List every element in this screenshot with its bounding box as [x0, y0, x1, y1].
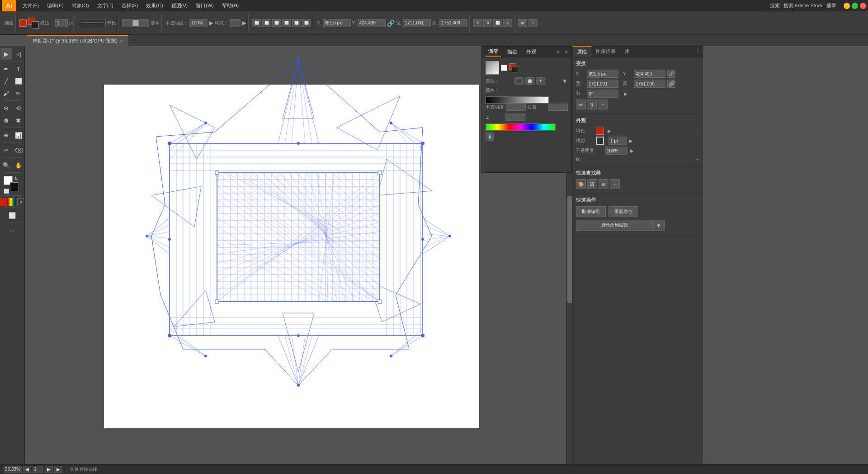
type-tool-btn[interactable]: T [13, 63, 24, 75]
props-tab-properties[interactable]: 属性 [572, 46, 591, 57]
rotate-prop-input[interactable] [587, 90, 618, 98]
menu-select[interactable]: 选择(S) [118, 1, 142, 10]
zoom-input[interactable] [4, 466, 22, 473]
y-value-input[interactable] [358, 19, 386, 27]
color-mode-btn[interactable] [0, 198, 7, 206]
opacity-input[interactable] [189, 19, 208, 27]
fx-btn[interactable]: fx. [576, 156, 581, 162]
position-input-float[interactable] [548, 104, 568, 111]
radial-gradient-btn[interactable]: ⬤ [525, 77, 534, 85]
gradient-mode-btn[interactable] [8, 198, 16, 206]
y-prop-input[interactable] [634, 70, 665, 78]
float-panel-collapse-btn[interactable]: ≡ [557, 49, 559, 55]
menu-view[interactable]: 视图(V) [168, 1, 192, 10]
h-prop-input[interactable] [634, 80, 665, 88]
more-tools-btn[interactable]: ··· [6, 224, 18, 236]
float-tab-gradient[interactable]: 渐变 [486, 47, 501, 57]
free-transform-btn[interactable]: ✱ [13, 114, 24, 126]
white-color-btn[interactable] [501, 65, 507, 71]
menu-file[interactable]: 文件(F) [19, 1, 42, 10]
cancel-group-btn[interactable]: 取消编组 [576, 206, 606, 217]
menu-object[interactable]: 对象(O) [68, 1, 93, 10]
env-icon-btn[interactable]: 🖼 [587, 179, 597, 189]
shape-builder-btn[interactable]: ⊕ [0, 102, 12, 114]
chart-tool-btn[interactable]: 📊 [13, 129, 24, 141]
opacity-expand-icon[interactable]: ▶ [630, 148, 634, 153]
align-bottom-btn[interactable]: ⬜ [302, 19, 311, 27]
eyedropper-btn[interactable]: 💧 [486, 133, 494, 141]
reflect-btn[interactable]: ⇅ [483, 19, 492, 27]
align-right-btn[interactable]: ⬜ [272, 19, 281, 27]
menu-edit[interactable]: 编辑(E) [43, 1, 67, 10]
none-color-btn[interactable]: ✗ [17, 198, 25, 206]
appearance-more-btn[interactable]: ··· [696, 157, 699, 162]
props-panel-menu-btn[interactable]: ≡ [693, 46, 703, 57]
selection-tool-btn[interactable]: ▶ [0, 48, 12, 60]
float-panel-menu-btn[interactable]: ≡ [565, 49, 568, 55]
zoom-down-btn[interactable]: ◀ [23, 466, 31, 473]
zoom-tool-btn[interactable]: 🔍 [0, 159, 12, 171]
props-tab-image[interactable]: 图像描摹 [591, 46, 620, 57]
scissors-btn[interactable]: ✂ [0, 144, 12, 156]
align-icon-btn-2[interactable]: ⊞ [599, 179, 609, 189]
paintbrush-tool-btn[interactable]: 🖌 [0, 87, 12, 99]
gradient-bar[interactable] [486, 96, 549, 104]
recolor-btn[interactable]: 重新着色 [609, 206, 638, 217]
minimize-button[interactable] [844, 3, 850, 9]
swap-colors-btn[interactable]: ⇅ [14, 176, 18, 181]
stroke-width-prop-input[interactable] [609, 137, 627, 145]
align-center-btn[interactable]: ⬜ [262, 19, 271, 27]
w-prop-input[interactable] [587, 80, 618, 88]
angle-input-float[interactable] [505, 114, 525, 121]
menu-type[interactable]: 文字(T) [94, 1, 117, 10]
pen-tool-btn[interactable]: ✒ [0, 63, 12, 75]
bg-small-swatch[interactable] [512, 66, 518, 72]
stroke-width-input[interactable] [55, 19, 68, 27]
artboard-nav-btn[interactable]: ▶ [54, 466, 62, 473]
float-tab-stroke[interactable]: 描边 [505, 47, 520, 56]
close-button[interactable] [860, 3, 866, 9]
transform-btn[interactable]: ⬜ [493, 19, 502, 27]
menu-window[interactable]: 窗口(W) [192, 1, 217, 10]
default-colors-btn[interactable]: ⬜ [4, 189, 9, 194]
linear-gradient-btn[interactable]: ⬛ [514, 77, 524, 85]
normal-screen-btn[interactable]: ⬜ [6, 209, 18, 221]
align-middle-btn[interactable]: ⬜ [292, 19, 301, 27]
tab-document[interactable]: 未标题-1* @ 33.33% (RGB/GPU 预览) × [27, 35, 129, 46]
opacity-prop-input[interactable] [605, 147, 627, 155]
stroke-color-box[interactable] [596, 137, 604, 145]
recolor-icon-btn[interactable]: 🎨 [576, 179, 586, 189]
opacity-input-float[interactable] [506, 104, 526, 111]
rect-tool-btn[interactable]: ⬜ [13, 75, 24, 87]
w-value-input[interactable] [403, 19, 431, 27]
vertical-scroll-thumb[interactable] [567, 196, 572, 303]
color-spectrum-bar[interactable] [486, 123, 556, 131]
fill-expand-btn[interactable]: ▶ [608, 128, 611, 133]
link-xy-btn[interactable]: 🔗 [667, 70, 675, 78]
flip-v-btn[interactable]: ⇅ [587, 100, 597, 109]
zoom-up-btn[interactable]: ▶ [45, 466, 53, 473]
background-color[interactable] [10, 182, 19, 191]
float-tab-appearance[interactable]: 外观 [524, 47, 539, 56]
props-tab-library[interactable]: 库 [620, 46, 634, 57]
more-quick-btn[interactable]: ··· [610, 179, 620, 189]
style-expand-btn[interactable]: ▶ [242, 19, 246, 26]
flip-h-btn[interactable]: ⇄ [576, 100, 586, 109]
x-value-input[interactable] [323, 19, 351, 27]
maximize-button[interactable] [852, 3, 858, 9]
warp-btn[interactable]: ⟰ [0, 114, 12, 126]
pathfinder-btn[interactable]: ⊕ [503, 19, 512, 27]
line-tool-btn[interactable]: ╱ [0, 75, 12, 87]
eraser-btn[interactable]: ⌫ [13, 144, 24, 156]
direct-selection-tool-btn[interactable]: ◁ [13, 48, 24, 60]
fill-color-box[interactable] [596, 127, 604, 135]
pencil-tool-btn[interactable]: ✏ [13, 87, 24, 99]
menu-effect[interactable]: 效果(C) [142, 1, 166, 10]
link-proportions-icon[interactable]: 🔗 [387, 19, 395, 27]
h-value-input[interactable] [439, 19, 467, 27]
menu-help[interactable]: 帮助(H) [218, 1, 242, 10]
more-transform-btn[interactable]: ··· [598, 100, 608, 109]
fill-color-swatch[interactable] [19, 19, 27, 27]
rotate-btn[interactable]: ↻ [473, 19, 482, 27]
tab-close-btn[interactable]: × [120, 38, 123, 43]
